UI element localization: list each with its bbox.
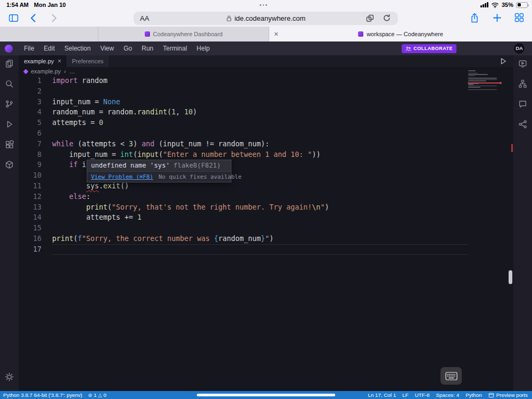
run-debug-icon[interactable] bbox=[5, 120, 14, 129]
screen: 1:54 AM Mon Jan 10 35% bbox=[0, 0, 532, 399]
home-indicator[interactable] bbox=[197, 394, 335, 396]
code-line[interactable] bbox=[52, 244, 468, 255]
keyboard-toggle-button[interactable] bbox=[440, 367, 462, 385]
encoding-indicator[interactable]: UTF-8 bbox=[415, 392, 430, 398]
source-control-icon[interactable] bbox=[5, 99, 14, 109]
code-line[interactable]: random_num = random.randint(1, 10) bbox=[52, 107, 513, 118]
lock-icon bbox=[226, 15, 232, 22]
close-editor-tab-icon[interactable]: × bbox=[57, 57, 61, 65]
wifi-icon bbox=[491, 2, 499, 8]
breadcrumb-separator: › bbox=[64, 68, 66, 74]
extensions-panel-icon[interactable] bbox=[5, 140, 14, 149]
device-status-bar: 1:54 AM Mon Jan 10 35% bbox=[0, 0, 532, 10]
code-line[interactable]: while (attempts < 3) and (input_num != r… bbox=[52, 139, 513, 149]
date: Mon Jan 10 bbox=[34, 2, 66, 8]
eol-indicator[interactable]: LF bbox=[402, 392, 408, 398]
preview-ports-button[interactable]: Preview ports bbox=[488, 392, 528, 398]
breadcrumb[interactable]: example.py › … bbox=[19, 67, 513, 76]
safari-toolbar: AA ide.codeanywhere.com bbox=[0, 10, 532, 27]
sidebar-toggle-icon[interactable] bbox=[9, 13, 19, 23]
activity-bar-left bbox=[0, 55, 19, 391]
back-icon[interactable] bbox=[30, 13, 36, 23]
problem-hover: undefined name 'sys'flake8(F821) View Pr… bbox=[87, 160, 231, 182]
code-line[interactable] bbox=[52, 223, 513, 234]
menu-file[interactable]: File bbox=[19, 41, 39, 55]
code-line[interactable]: print(f"Sorry, the correct number was {r… bbox=[52, 234, 513, 244]
code-line[interactable]: else: bbox=[52, 192, 513, 202]
language-mode[interactable]: Python bbox=[466, 392, 482, 398]
indent-indicator[interactable]: Spaces: 4 bbox=[436, 392, 460, 398]
search-icon[interactable] bbox=[5, 79, 14, 88]
browser-tab-workspace[interactable]: ✕ workspace — Codeanywhere bbox=[269, 27, 532, 41]
share-nodes-panel-icon[interactable] bbox=[518, 120, 527, 129]
minimap[interactable] bbox=[468, 70, 498, 96]
quick-fix-hint: No quick fixes available bbox=[159, 173, 242, 180]
containers-icon[interactable] bbox=[5, 160, 14, 169]
editor-group: example.py × Preferences example.py › … bbox=[19, 55, 513, 391]
cellular-signal-icon bbox=[480, 2, 488, 7]
share-icon[interactable] bbox=[470, 13, 479, 23]
clock: 1:54 AM bbox=[6, 2, 29, 8]
tab-overview-icon[interactable] bbox=[514, 13, 524, 22]
code-line[interactable]: print("Sorry, that's not the right numbe… bbox=[52, 202, 513, 213]
run-file-icon[interactable] bbox=[500, 57, 507, 65]
code-line[interactable]: input_num = None bbox=[52, 97, 513, 107]
code-line[interactable]: attempts = 0 bbox=[52, 118, 513, 128]
problems-indicator[interactable]: ⊘ 1 △ 0 bbox=[88, 392, 106, 398]
codeanywhere-favicon bbox=[358, 31, 363, 37]
codeanywhere-logo-icon bbox=[5, 45, 13, 53]
safari-tab-bar: Codeanywhere Dashboard ✕ workspace — Cod… bbox=[0, 27, 532, 41]
error-icon: ⊘ bbox=[88, 393, 93, 398]
menu-view[interactable]: View bbox=[95, 41, 119, 55]
editor-scrollbar-thumb[interactable] bbox=[509, 270, 512, 284]
minimap-error-line bbox=[468, 82, 500, 84]
code-area[interactable]: 1234567891011121314151617 import randomi… bbox=[19, 76, 513, 391]
settings-gear-icon[interactable] bbox=[5, 372, 14, 381]
address-bar[interactable]: AA ide.codeanywhere.com bbox=[134, 12, 398, 25]
breadcrumb-file[interactable]: example.py bbox=[31, 68, 61, 74]
menu-selection[interactable]: Selection bbox=[60, 41, 95, 55]
battery-icon bbox=[516, 2, 528, 8]
code-line[interactable]: attempts += 1 bbox=[52, 212, 513, 223]
new-tab-icon[interactable] bbox=[493, 13, 502, 22]
collaborate-button[interactable]: COLLABORATE bbox=[402, 44, 456, 53]
breadcrumb-symbol[interactable]: … bbox=[69, 68, 75, 74]
forward-icon[interactable] bbox=[51, 13, 57, 23]
cursor-position[interactable]: Ln 17, Col 1 bbox=[368, 392, 396, 398]
overview-ruler-error-mark bbox=[511, 144, 513, 152]
minimap-content bbox=[468, 70, 498, 92]
reload-icon[interactable] bbox=[383, 14, 391, 22]
python-interpreter[interactable]: Python 3.8.7 64-bit ('3.8.7': pyenv) bbox=[3, 392, 82, 398]
editor-tab-example[interactable]: example.py × bbox=[19, 55, 66, 67]
code-line[interactable]: import random bbox=[52, 76, 513, 86]
editor-tab-preferences[interactable]: Preferences bbox=[66, 55, 109, 67]
warning-icon: △ bbox=[98, 393, 102, 398]
code-line[interactable]: input_num = int(input("Enter a number be… bbox=[52, 149, 513, 160]
line-numbers[interactable]: 1234567891011121314151617 bbox=[19, 76, 52, 255]
menu-run[interactable]: Run bbox=[137, 41, 158, 55]
close-tab-icon[interactable]: ✕ bbox=[272, 30, 280, 38]
menu-go[interactable]: Go bbox=[119, 41, 137, 55]
hierarchy-panel-icon[interactable] bbox=[518, 79, 527, 88]
code-line[interactable] bbox=[52, 86, 513, 97]
warning-count: 0 bbox=[104, 392, 106, 398]
menu-help[interactable]: Help bbox=[192, 41, 215, 55]
error-count: 1 bbox=[94, 392, 96, 398]
chat-panel-icon[interactable] bbox=[518, 99, 527, 109]
explorer-icon[interactable] bbox=[5, 59, 14, 68]
minimap-error-dot bbox=[500, 82, 502, 84]
menu-terminal[interactable]: Terminal bbox=[158, 41, 192, 55]
code-line[interactable] bbox=[52, 128, 513, 139]
preview-panel-icon[interactable] bbox=[518, 59, 527, 68]
view-problem-link[interactable]: View Problem (⌘F8) bbox=[91, 173, 153, 180]
ide-root: File Edit Selection View Go Run Terminal… bbox=[0, 41, 532, 399]
menu-edit[interactable]: Edit bbox=[39, 41, 60, 55]
browser-tab-title: Codeanywhere Dashboard bbox=[153, 31, 223, 37]
extensions-icon[interactable] bbox=[365, 14, 375, 23]
browser-tab-dashboard[interactable]: Codeanywhere Dashboard bbox=[98, 27, 269, 41]
battery-percent: 35% bbox=[502, 2, 513, 8]
user-avatar[interactable]: DA bbox=[513, 43, 525, 54]
camera-indicator bbox=[260, 4, 267, 6]
problem-message: undefined name 'sys' bbox=[91, 162, 170, 169]
activity-bar-right bbox=[513, 55, 532, 391]
